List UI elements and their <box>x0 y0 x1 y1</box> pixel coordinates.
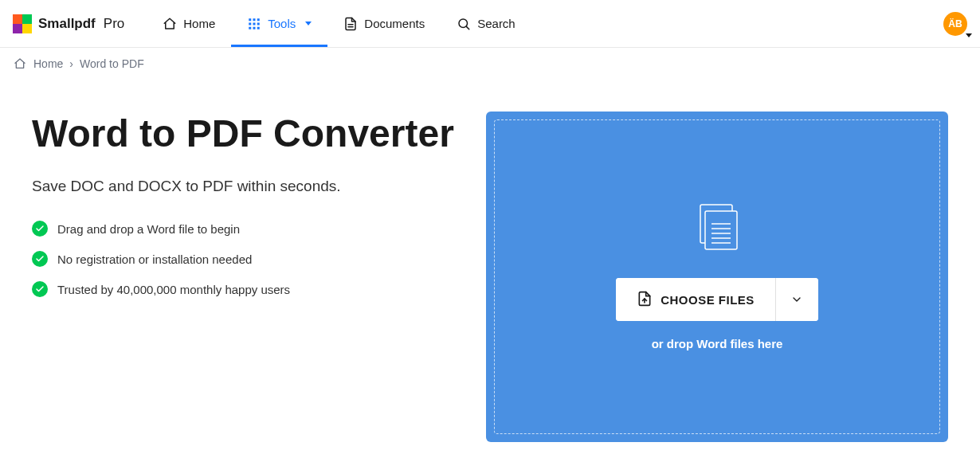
check-icon <box>32 221 48 237</box>
breadcrumb-current: Word to PDF <box>80 57 144 70</box>
feature-item: Drag and drop a Word file to begin <box>32 221 454 237</box>
nav-bar: Home Tools Documents Search <box>147 0 531 47</box>
svg-rect-1 <box>253 18 256 21</box>
nav-documents-label: Documents <box>364 17 425 30</box>
check-icon <box>32 281 48 297</box>
nav-documents[interactable]: Documents <box>327 0 441 47</box>
brand-name: Smallpdf <box>38 16 96 32</box>
home-icon <box>13 57 27 71</box>
svg-rect-6 <box>249 26 252 29</box>
search-icon <box>457 17 471 31</box>
svg-rect-7 <box>253 26 256 29</box>
feature-text: Trusted by 40,000,000 monthly happy user… <box>57 283 290 296</box>
choose-files-label: CHOOSE FILES <box>661 293 755 307</box>
svg-rect-3 <box>249 22 252 25</box>
left-column: Word to PDF Converter Save DOC and DOCX … <box>32 112 454 442</box>
breadcrumb: Home › Word to PDF <box>0 48 980 80</box>
page-subtitle: Save DOC and DOCX to PDF within seconds. <box>32 178 454 195</box>
nav-search-label: Search <box>477 17 515 30</box>
document-icon <box>343 17 358 31</box>
nav-home[interactable]: Home <box>147 0 231 47</box>
check-icon <box>32 251 48 267</box>
nav-home-label: Home <box>183 17 215 30</box>
feature-item: Trusted by 40,000,000 monthly happy user… <box>32 281 454 297</box>
svg-rect-2 <box>257 18 260 21</box>
breadcrumb-separator: › <box>69 57 73 70</box>
user-avatar[interactable]: ÄB <box>943 12 967 36</box>
top-navigation: Smallpdf Pro Home Tools Documents <box>0 0 980 48</box>
nav-tools[interactable]: Tools <box>231 0 327 47</box>
file-dropzone[interactable]: CHOOSE FILES or drop Word files here <box>486 112 948 442</box>
page-title: Word to PDF Converter <box>32 112 454 155</box>
grid-icon <box>247 17 261 31</box>
choose-source-dropdown[interactable] <box>775 278 818 321</box>
main-content: Word to PDF Converter Save DOC and DOCX … <box>0 80 980 442</box>
feature-list: Drag and drop a Word file to begin No re… <box>32 221 454 297</box>
nav-tools-label: Tools <box>268 17 296 30</box>
chevron-down-icon <box>305 22 312 25</box>
feature-text: Drag and drop a Word file to begin <box>57 222 240 236</box>
dropzone-inner: CHOOSE FILES or drop Word files here <box>494 119 940 434</box>
svg-rect-4 <box>253 22 256 25</box>
upload-file-icon <box>637 291 653 309</box>
svg-line-12 <box>467 26 469 29</box>
chevron-down-icon <box>790 293 803 306</box>
svg-rect-8 <box>257 26 260 29</box>
nav-search[interactable]: Search <box>441 0 531 47</box>
svg-rect-0 <box>249 18 252 21</box>
chevron-down-icon <box>966 33 972 37</box>
home-icon <box>163 17 177 31</box>
brand-tier: Pro <box>104 16 124 32</box>
svg-rect-14 <box>705 211 737 249</box>
feature-item: No registration or installation needed <box>32 251 454 267</box>
brand-logo[interactable]: Smallpdf Pro <box>13 14 124 33</box>
choose-files-button[interactable]: CHOOSE FILES <box>616 278 775 321</box>
breadcrumb-home[interactable]: Home <box>33 57 63 70</box>
feature-text: No registration or installation needed <box>57 252 252 266</box>
drop-hint: or drop Word files here <box>652 337 783 350</box>
svg-rect-5 <box>257 22 260 25</box>
avatar-initials: ÄB <box>948 18 962 29</box>
logo-icon <box>13 14 32 33</box>
choose-files-row: CHOOSE FILES <box>616 278 818 321</box>
documents-stack-icon <box>694 203 740 256</box>
dropzone-column: CHOOSE FILES or drop Word files here <box>486 112 948 442</box>
